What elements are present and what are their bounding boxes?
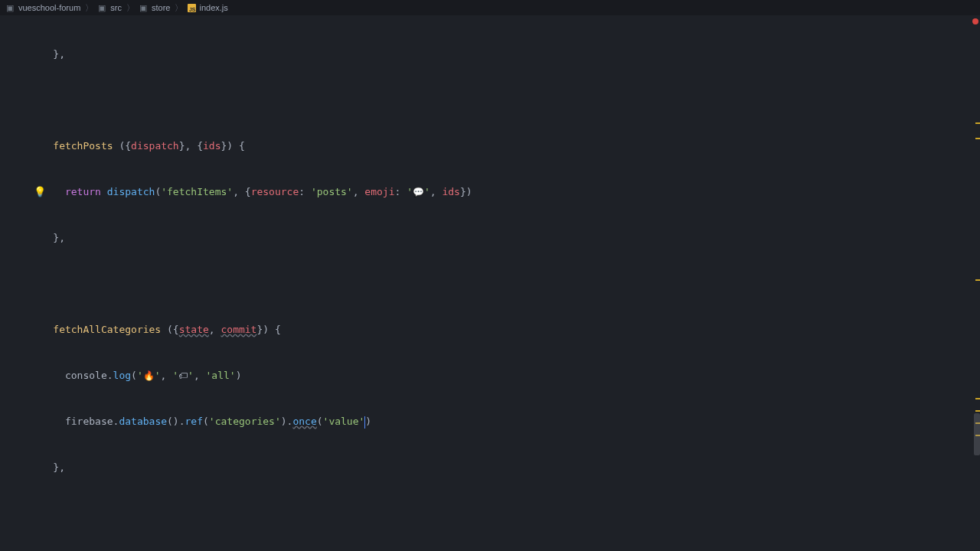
fire-emoji-icon: 🔥 bbox=[143, 370, 155, 381]
scrollbar-thumb[interactable] bbox=[974, 413, 980, 455]
warning-marker-icon[interactable] bbox=[975, 410, 980, 412]
folder-icon: ▣ bbox=[98, 3, 107, 12]
breadcrumb-item-store[interactable]: ▣ store bbox=[136, 3, 173, 12]
breadcrumb-item-file[interactable]: JS index.js bbox=[185, 3, 230, 12]
code-line[interactable] bbox=[29, 89, 980, 112]
js-file-icon: JS bbox=[188, 4, 196, 12]
code-line[interactable]: fetchPosts ({dispatch}, {ids}) { bbox=[29, 135, 980, 158]
breadcrumb-item-src[interactable]: ▣ src bbox=[95, 3, 125, 12]
speech-balloon-emoji-icon: 💬 bbox=[413, 187, 424, 197]
breadcrumb-item-project[interactable]: ▣ vueschool-forum bbox=[3, 3, 83, 12]
label-emoji-icon: 🏷 bbox=[178, 370, 188, 381]
code-line[interactable]: }, bbox=[29, 227, 980, 249]
code-editor[interactable]: }, fetchPosts ({dispatch}, {ids}) { retu… bbox=[0, 15, 980, 551]
breadcrumb-separator: 〉 bbox=[85, 2, 93, 14]
code-line[interactable] bbox=[29, 502, 980, 525]
folder-icon: ▣ bbox=[139, 3, 149, 12]
breadcrumb-label: index.js bbox=[199, 3, 227, 12]
code-line[interactable]: return dispatch('fetchItems', {resource:… bbox=[29, 181, 980, 204]
warning-marker-icon[interactable] bbox=[975, 398, 980, 399]
breadcrumb-separator: 〉 bbox=[175, 2, 183, 14]
breadcrumb-label: vueschool-forum bbox=[18, 3, 80, 12]
code-line[interactable] bbox=[29, 272, 980, 295]
breadcrumb-label: src bbox=[110, 3, 122, 12]
minimap-scrollbar[interactable] bbox=[974, 15, 980, 551]
warning-marker-icon[interactable] bbox=[975, 122, 980, 124]
code-line[interactable]: fetchItem ({state, commit}, {id, emoji, … bbox=[29, 548, 980, 551]
code-line[interactable]: console.log('🔥', '🏷', 'all') bbox=[29, 364, 980, 387]
breadcrumb: ▣ vueschool-forum 〉 ▣ src 〉 ▣ store 〉 JS… bbox=[0, 0, 980, 15]
folder-icon: ▣ bbox=[6, 3, 15, 12]
breadcrumb-separator: 〉 bbox=[126, 2, 135, 14]
code-line[interactable]: firebase.database().ref('categories').on… bbox=[29, 410, 980, 433]
breadcrumb-label: store bbox=[152, 3, 170, 12]
code-line[interactable]: fetchAllCategories ({state, commit}) { bbox=[29, 318, 980, 341]
warning-marker-icon[interactable] bbox=[975, 279, 980, 281]
code-line[interactable]: }, bbox=[29, 43, 980, 66]
code-line[interactable]: }, bbox=[29, 456, 980, 479]
warning-marker-icon[interactable] bbox=[975, 138, 980, 139]
